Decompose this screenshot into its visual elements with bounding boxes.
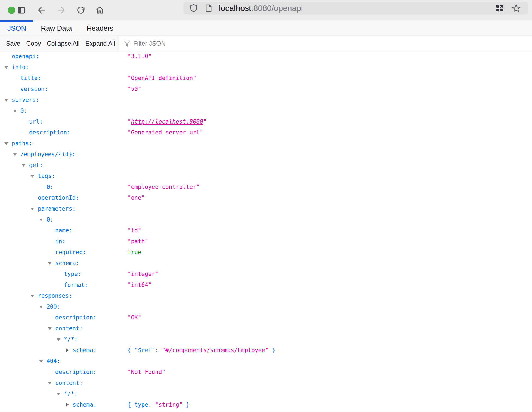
- json-key[interactable]: openapi:: [12, 51, 39, 62]
- open-in-app-icon[interactable]: [495, 4, 504, 13]
- collapse-arrow-icon[interactable]: [22, 164, 26, 167]
- collapse-arrow-icon[interactable]: [13, 110, 17, 112]
- preview-key: type: [134, 401, 148, 408]
- reload-icon[interactable]: [76, 5, 86, 15]
- sidebar-icon[interactable]: [17, 5, 26, 15]
- page-icon[interactable]: [205, 4, 212, 13]
- json-value: "http://localhost:8080": [128, 116, 207, 127]
- json-key[interactable]: in:: [55, 236, 66, 247]
- collapse-arrow-icon[interactable]: [30, 175, 34, 178]
- json-key[interactable]: info:: [12, 62, 29, 73]
- json-key[interactable]: description:: [55, 312, 97, 323]
- json-row: servers:: [0, 94, 532, 105]
- json-row: 200:: [0, 301, 532, 312]
- collapse-arrow-icon[interactable]: [39, 306, 43, 308]
- json-key[interactable]: 0:: [47, 214, 53, 225]
- json-row: format:"int64": [0, 279, 532, 290]
- json-row: 0:"employee-controller": [0, 182, 532, 192]
- json-row: 0:: [0, 214, 532, 225]
- json-key[interactable]: type:: [64, 269, 81, 279]
- collapse-arrow-icon[interactable]: [13, 153, 17, 156]
- json-value-link[interactable]: http://localhost:8080: [131, 118, 203, 125]
- json-key[interactable]: */*:: [64, 388, 78, 399]
- collapse-arrow-icon[interactable]: [30, 208, 34, 210]
- url-path: :8080/openapi: [251, 4, 303, 13]
- collapse-arrow-icon[interactable]: [39, 360, 43, 363]
- json-key[interactable]: operationId:: [38, 192, 79, 203]
- json-row: type:"integer": [0, 269, 532, 279]
- collapse-arrow-icon[interactable]: [4, 99, 8, 102]
- json-key[interactable]: url:: [29, 116, 43, 127]
- json-value: { "$ref": "#/components/schemas/Employee…: [128, 345, 276, 356]
- json-value: "Generated server url": [128, 127, 203, 138]
- json-row: content:: [0, 377, 532, 388]
- url-text[interactable]: localhost:8080/openapi: [219, 4, 303, 13]
- json-value: "Not Found": [128, 367, 165, 377]
- json-row: tags:: [0, 171, 532, 182]
- preview-punct: }: [268, 347, 275, 353]
- json-key[interactable]: 200:: [47, 301, 60, 312]
- json-key[interactable]: schema:: [73, 345, 97, 356]
- json-key[interactable]: 0:: [47, 182, 53, 192]
- json-key[interactable]: servers:: [12, 94, 39, 105]
- collapse-all-button[interactable]: Collapse All: [47, 40, 79, 47]
- json-toolbar: Save Copy Collapse All Expand All Filter…: [0, 36, 532, 51]
- json-key[interactable]: get:: [29, 160, 43, 171]
- save-button[interactable]: Save: [6, 40, 20, 47]
- json-key[interactable]: required:: [55, 247, 86, 258]
- json-key[interactable]: tags:: [38, 171, 55, 182]
- json-key[interactable]: version:: [20, 84, 48, 94]
- json-row: schema:: [0, 258, 532, 269]
- json-key[interactable]: content:: [55, 377, 83, 388]
- expand-all-button[interactable]: Expand All: [85, 40, 115, 47]
- json-row: schema:{ "$ref": "#/components/schemas/E…: [0, 345, 532, 356]
- shield-icon[interactable]: [190, 4, 198, 13]
- json-row: openapi:"3.1.0": [0, 51, 532, 62]
- forward-icon[interactable]: [56, 5, 66, 15]
- json-key[interactable]: paths:: [12, 138, 32, 149]
- collapse-arrow-icon[interactable]: [48, 262, 52, 265]
- json-key[interactable]: description:: [29, 127, 70, 138]
- json-key[interactable]: schema:: [73, 399, 97, 410]
- json-key[interactable]: title:: [20, 73, 41, 84]
- json-key[interactable]: /employees/{id}:: [20, 149, 75, 160]
- json-key[interactable]: schema:: [55, 258, 79, 269]
- expand-arrow-icon[interactable]: [66, 348, 69, 352]
- collapse-arrow-icon[interactable]: [48, 382, 52, 385]
- tab-headers[interactable]: Headers: [79, 20, 121, 36]
- json-key[interactable]: 0:: [20, 105, 27, 116]
- expand-arrow-icon[interactable]: [66, 403, 69, 407]
- json-key[interactable]: 404:: [47, 356, 60, 367]
- collapse-arrow-icon[interactable]: [4, 66, 8, 69]
- json-row: paths:: [0, 138, 532, 149]
- url-bar[interactable]: localhost:8080/openapi: [184, 2, 528, 14]
- back-icon[interactable]: [37, 5, 47, 15]
- collapse-arrow-icon[interactable]: [57, 393, 60, 395]
- copy-button[interactable]: Copy: [26, 40, 41, 47]
- home-icon[interactable]: [95, 5, 105, 15]
- json-value: "OK": [128, 312, 141, 323]
- tab-json[interactable]: JSON: [0, 20, 33, 36]
- json-key[interactable]: responses:: [38, 290, 72, 301]
- json-key[interactable]: parameters:: [38, 203, 76, 214]
- json-key[interactable]: name:: [55, 225, 72, 236]
- tab-raw-data[interactable]: Raw Data: [33, 20, 79, 36]
- json-row: required:true: [0, 247, 532, 258]
- json-key[interactable]: content:: [55, 323, 83, 334]
- bookmark-star-icon[interactable]: [512, 4, 521, 13]
- json-value: "int64": [128, 279, 152, 290]
- collapse-arrow-icon[interactable]: [30, 295, 34, 297]
- filter-funnel-icon: [124, 40, 130, 47]
- collapse-arrow-icon[interactable]: [57, 338, 60, 341]
- json-value: "employee-controller": [128, 182, 200, 192]
- filter-json-input[interactable]: Filter JSON: [119, 36, 532, 51]
- preview-colon: :: [155, 347, 162, 353]
- collapse-arrow-icon[interactable]: [39, 219, 43, 221]
- collapse-arrow-icon[interactable]: [48, 327, 52, 330]
- json-key[interactable]: description:: [55, 367, 97, 377]
- collapse-arrow-icon[interactable]: [4, 142, 8, 145]
- json-key[interactable]: */*:: [64, 334, 78, 345]
- url-host: localhost: [219, 4, 251, 13]
- traffic-light-green[interactable]: [8, 7, 15, 14]
- json-key[interactable]: format:: [64, 279, 88, 290]
